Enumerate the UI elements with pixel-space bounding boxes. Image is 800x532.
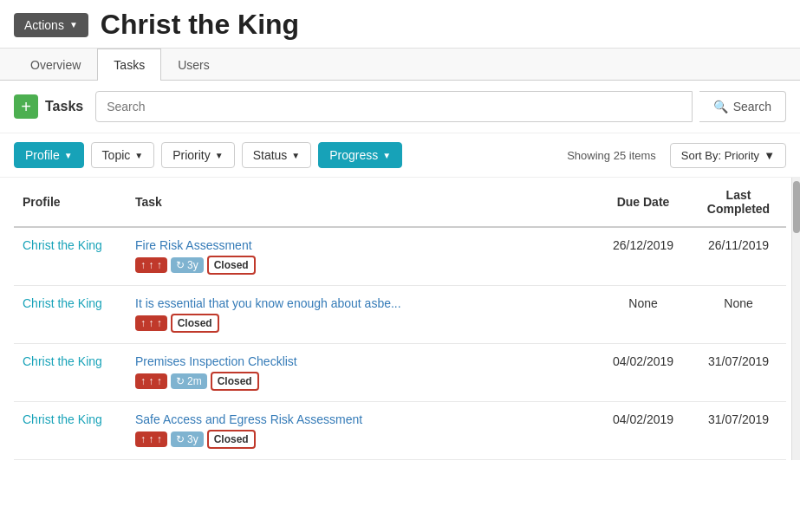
status-filter-caret-icon: ▼ xyxy=(291,151,300,160)
task-badges: ↑ ↑ ↑↻ 2mClosed xyxy=(135,372,587,391)
progress-filter-button[interactable]: Progress ▼ xyxy=(318,142,402,168)
profile-filter-button[interactable]: Profile ▼ xyxy=(14,142,84,168)
topic-filter-label: Topic xyxy=(102,148,131,162)
sort-caret-icon: ▼ xyxy=(764,149,775,162)
scrollbar-thumb xyxy=(793,181,800,233)
profile-link[interactable]: Christ the King xyxy=(23,238,102,252)
arrows-badge: ↑ ↑ ↑ xyxy=(135,431,167,447)
search-button[interactable]: 🔍 Search xyxy=(699,91,786,122)
status-badge: Closed xyxy=(207,430,256,449)
priority-filter-label: Priority xyxy=(172,148,211,162)
progress-filter-label: Progress xyxy=(329,148,378,162)
due-date-cell: 04/02/2019 xyxy=(595,402,691,460)
table-row: Christ the KingFire Risk Assessment↑ ↑ ↑… xyxy=(14,227,786,286)
showing-text: Showing 25 items xyxy=(567,149,656,162)
table-row: Christ the KingPremises Inspection Check… xyxy=(14,344,786,402)
col-header-task: Task xyxy=(127,178,595,227)
table-row: Christ the KingIt is essential that you … xyxy=(14,286,786,344)
task-badges: ↑ ↑ ↑↻ 3yClosed xyxy=(135,256,587,275)
actions-label: Actions xyxy=(24,18,64,32)
profile-link[interactable]: Christ the King xyxy=(23,296,102,310)
page-header: Actions ▼ Christ the King xyxy=(0,0,800,49)
task-badges: ↑ ↑ ↑Closed xyxy=(135,314,587,333)
last-completed-cell: 31/07/2019 xyxy=(691,402,786,460)
arrows-badge: ↑ ↑ ↑ xyxy=(135,257,167,273)
last-completed-cell: 31/07/2019 xyxy=(691,344,786,402)
last-completed-cell: None xyxy=(691,286,786,344)
profile-filter-label: Profile xyxy=(25,148,60,162)
last-completed-cell: 26/11/2019 xyxy=(691,227,786,286)
arrows-badge: ↑ ↑ ↑ xyxy=(135,373,167,389)
sort-button[interactable]: Sort By: Priority ▼ xyxy=(670,143,786,168)
task-link[interactable]: Fire Risk Assessment xyxy=(135,238,252,252)
col-header-due-date: Due Date xyxy=(595,178,691,227)
sort-label: Sort By: Priority xyxy=(681,149,759,162)
priority-filter-caret-icon: ▼ xyxy=(215,151,224,160)
profile-link[interactable]: Christ the King xyxy=(23,354,102,368)
search-input[interactable] xyxy=(95,91,692,122)
search-btn-label: Search xyxy=(733,100,771,114)
cycle-badge: ↻ 3y xyxy=(171,431,204,447)
table-wrap: Profile Task Due Date LastCompleted Chri… xyxy=(0,178,800,460)
due-date-cell: None xyxy=(595,286,691,344)
due-date-cell: 26/12/2019 xyxy=(595,227,691,286)
tabs-bar: Overview Tasks Users xyxy=(0,49,800,81)
task-link[interactable]: Premises Inspection Checklist xyxy=(135,354,297,368)
table-row: Christ the KingSafe Access and Egress Ri… xyxy=(14,402,786,460)
search-icon: 🔍 xyxy=(713,100,728,114)
tasks-label: Tasks xyxy=(45,99,83,114)
scrollbar-track[interactable] xyxy=(791,178,800,460)
arrows-badge: ↑ ↑ ↑ xyxy=(135,315,167,331)
status-badge: Closed xyxy=(171,314,219,333)
topic-filter-caret-icon: ▼ xyxy=(134,151,143,160)
status-badge: Closed xyxy=(207,256,256,275)
add-icon: + xyxy=(21,98,31,115)
tab-tasks[interactable]: Tasks xyxy=(97,49,161,81)
actions-caret-icon: ▼ xyxy=(69,20,78,29)
tasks-toolbar: + Tasks 🔍 Search xyxy=(0,81,800,133)
table-container: Profile Task Due Date LastCompleted Chri… xyxy=(0,178,800,460)
actions-button[interactable]: Actions ▼ xyxy=(14,13,88,37)
task-badges: ↑ ↑ ↑↻ 3yClosed xyxy=(135,430,587,449)
task-link[interactable]: Safe Access and Egress Risk Assessment xyxy=(135,412,362,426)
cycle-badge: ↻ 3y xyxy=(171,257,204,273)
profile-link[interactable]: Christ the King xyxy=(23,412,102,426)
topic-filter-button[interactable]: Topic ▼ xyxy=(91,142,155,168)
status-badge: Closed xyxy=(211,372,259,391)
col-header-last-completed: LastCompleted xyxy=(691,178,786,227)
tasks-table: Profile Task Due Date LastCompleted Chri… xyxy=(14,178,786,460)
due-date-cell: 04/02/2019 xyxy=(595,344,691,402)
status-filter-button[interactable]: Status ▼ xyxy=(242,142,312,168)
filters-row: Profile ▼ Topic ▼ Priority ▼ Status ▼ Pr… xyxy=(0,133,800,178)
task-link[interactable]: It is essential that you know enough abo… xyxy=(135,296,401,310)
table-header-row: Profile Task Due Date LastCompleted xyxy=(14,178,786,227)
progress-filter-caret-icon: ▼ xyxy=(382,151,391,160)
add-task-button[interactable]: + xyxy=(14,94,38,119)
profile-filter-caret-icon: ▼ xyxy=(64,151,73,160)
tab-overview[interactable]: Overview xyxy=(14,49,97,81)
status-filter-label: Status xyxy=(253,148,288,162)
cycle-badge: ↻ 2m xyxy=(171,373,207,389)
page-title: Christ the King xyxy=(101,9,299,41)
tab-users[interactable]: Users xyxy=(161,49,226,81)
priority-filter-button[interactable]: Priority ▼ xyxy=(161,142,234,168)
col-header-profile: Profile xyxy=(14,178,127,227)
